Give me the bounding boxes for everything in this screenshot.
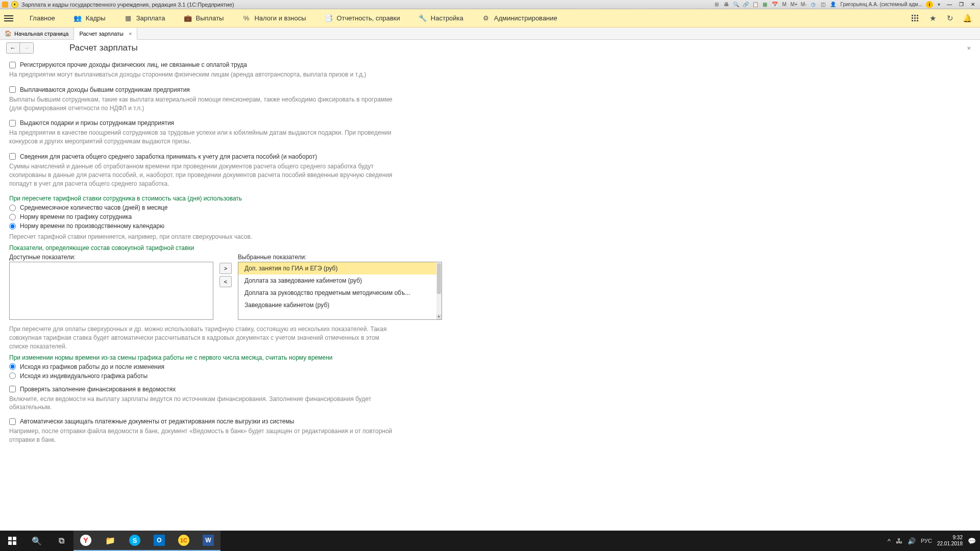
payments-icon: 💼: [184, 14, 192, 22]
check-former-employees[interactable]: [9, 86, 16, 93]
menu-personnel[interactable]: 👥 Кадры: [64, 14, 115, 22]
hint-protect-docs: Например, после отправки файла ведомости…: [9, 427, 397, 444]
panel-icon[interactable]: ◫: [819, 1, 827, 8]
notifications-icon[interactable]: 🔔: [963, 14, 972, 23]
taskview-icon[interactable]: ⧉: [49, 531, 74, 551]
tab-home[interactable]: 🏠 Начальная страница: [0, 28, 74, 39]
list-item[interactable]: Доп. занятия по ГИА и ЕГЭ (руб): [238, 262, 442, 274]
1c-icon[interactable]: 1C: [172, 531, 196, 551]
menu-admin-label: Администрирование: [494, 14, 557, 22]
language-indicator[interactable]: РУС: [921, 538, 932, 544]
scrollbar-down-icon[interactable]: ▾: [436, 314, 442, 319]
close-window-button[interactable]: ✕: [968, 1, 978, 8]
action-center-icon[interactable]: 💬: [968, 537, 976, 545]
radio-monthly-avg-label: Среднемесячное количество часов (дней) в…: [20, 204, 168, 211]
menu-admin[interactable]: ⚙ Администрирование: [473, 14, 567, 22]
remove-button[interactable]: <: [219, 276, 232, 287]
check-avg-earnings-row: Сведения для расчета общего среднего зар…: [9, 153, 971, 160]
titlebar-dropdown-icon[interactable]: ▾: [11, 1, 18, 8]
list-item[interactable]: Доплата за руководство предметным методи…: [238, 287, 442, 299]
history-icon[interactable]: ↻: [945, 14, 954, 23]
radio-before-after[interactable]: [9, 363, 16, 370]
menu-salary[interactable]: ▦ Зарплата: [115, 14, 175, 22]
section-tariff-recalc: При пересчете тарифной ставки сотрудника…: [9, 195, 971, 202]
tab-close-icon[interactable]: ×: [129, 31, 132, 37]
radio-calendar-norm[interactable]: [9, 223, 16, 230]
svg-rect-1: [914, 15, 916, 16]
list-item[interactable]: Заведование кабинетом (руб): [238, 299, 442, 311]
apps-grid-icon[interactable]: [911, 14, 920, 23]
back-button[interactable]: ←: [7, 43, 20, 53]
available-list[interactable]: [9, 262, 213, 320]
tab-salary-calc[interactable]: Расчет зарплаты ×: [74, 28, 137, 40]
radio-individual[interactable]: [9, 372, 16, 379]
clock[interactable]: 9:32 22.01.2018: [937, 535, 963, 547]
main-menu: Главное 👥 Кадры ▦ Зарплата 💼 Выплаты % Н…: [0, 9, 980, 28]
m-minus-label[interactable]: M-: [800, 1, 808, 8]
list-item[interactable]: Доплата за заведование кабинетом (руб): [238, 274, 442, 287]
svg-rect-2: [917, 15, 918, 16]
menu-main[interactable]: Главное: [20, 14, 64, 22]
menu-taxes-label: Налоги и взносы: [254, 14, 306, 22]
outlook-icon[interactable]: O: [147, 531, 172, 551]
search-taskbar-icon[interactable]: 🔍: [24, 531, 49, 551]
menu-settings[interactable]: 🔧 Настройка: [409, 14, 473, 22]
check-financing[interactable]: [9, 386, 16, 392]
radio-schedule-norm[interactable]: [9, 214, 16, 220]
tabs-bar: 🏠 Начальная страница Расчет зарплаты ×: [0, 28, 980, 40]
volume-icon[interactable]: 🔊: [908, 537, 916, 545]
forward-button[interactable]: →: [20, 43, 33, 53]
page-close-icon[interactable]: ×: [964, 44, 974, 52]
explorer-icon[interactable]: 📁: [98, 531, 122, 551]
svg-rect-11: [8, 541, 12, 545]
check-protect-docs-label: Автоматически защищать платежные докумен…: [20, 418, 294, 425]
available-label: Доступные показатели:: [9, 254, 213, 261]
check-other-income[interactable]: [9, 62, 16, 68]
svg-rect-12: [13, 541, 16, 545]
window-title: Зарплата и кадры государственного учрежд…: [21, 2, 234, 8]
menu-taxes[interactable]: % Налоги и взносы: [233, 14, 315, 22]
link-icon[interactable]: 🔗: [742, 1, 750, 8]
radio-monthly-avg[interactable]: [9, 205, 16, 211]
info-icon[interactable]: i: [926, 1, 933, 8]
print-icon[interactable]: 🖶: [722, 1, 730, 8]
check-gifts[interactable]: [9, 120, 16, 127]
yandex-browser-icon[interactable]: Y: [74, 531, 98, 551]
radio-individual-label: Исходя из индивидуального графика работы: [20, 372, 148, 380]
favorite-icon[interactable]: ★: [928, 14, 937, 23]
selected-list[interactable]: Доп. занятия по ГИА и ЕГЭ (руб) Доплата …: [238, 262, 442, 320]
page-title: Расчет зарплаты: [69, 43, 138, 53]
minimize-button[interactable]: —: [944, 1, 954, 8]
check-avg-earnings[interactable]: [9, 153, 16, 160]
menu-reports-label: Отчетность, справки: [337, 14, 400, 22]
network-icon[interactable]: 🖧: [896, 537, 902, 545]
word-icon[interactable]: W: [196, 531, 220, 551]
m-label[interactable]: M: [780, 1, 789, 8]
menu-payments[interactable]: 💼 Выплаты: [175, 14, 233, 22]
reports-icon: 📑: [325, 14, 333, 22]
m-plus-label[interactable]: M+: [790, 1, 798, 8]
skype-icon[interactable]: S: [122, 531, 147, 551]
start-button[interactable]: [0, 531, 24, 551]
check-protect-docs[interactable]: [9, 418, 16, 425]
burger-menu-icon[interactable]: [4, 14, 13, 23]
add-button[interactable]: >: [219, 263, 232, 274]
window-titlebar: ▾ Зарплата и кадры государственного учре…: [0, 0, 980, 9]
list-scrollbar[interactable]: ▾: [436, 262, 442, 319]
calc-icon[interactable]: ▦: [761, 1, 769, 8]
clock-icon[interactable]: ◷: [810, 1, 818, 8]
clipboard-icon[interactable]: 📋: [751, 1, 760, 8]
menu-settings-label: Настройка: [431, 14, 463, 22]
hint-other-income: На предприятии могут выплачиваться доход…: [9, 70, 397, 79]
tray-up-icon[interactable]: ^: [888, 537, 891, 545]
menu-personnel-label: Кадры: [86, 14, 106, 22]
search-icon[interactable]: 🔍: [732, 1, 740, 8]
maximize-button[interactable]: ❐: [956, 1, 966, 8]
scrollbar-thumb[interactable]: [437, 263, 441, 294]
menu-main-label: Главное: [30, 14, 55, 22]
calendar-icon[interactable]: 📅: [771, 1, 779, 8]
toolbar-icon-1[interactable]: ⊞: [713, 1, 721, 8]
info-dropdown-icon[interactable]: ▾: [935, 1, 943, 8]
menu-reports[interactable]: 📑 Отчетность, справки: [315, 14, 409, 22]
radio-schedule-norm-label: Норму времени по графику сотрудника: [20, 213, 132, 220]
